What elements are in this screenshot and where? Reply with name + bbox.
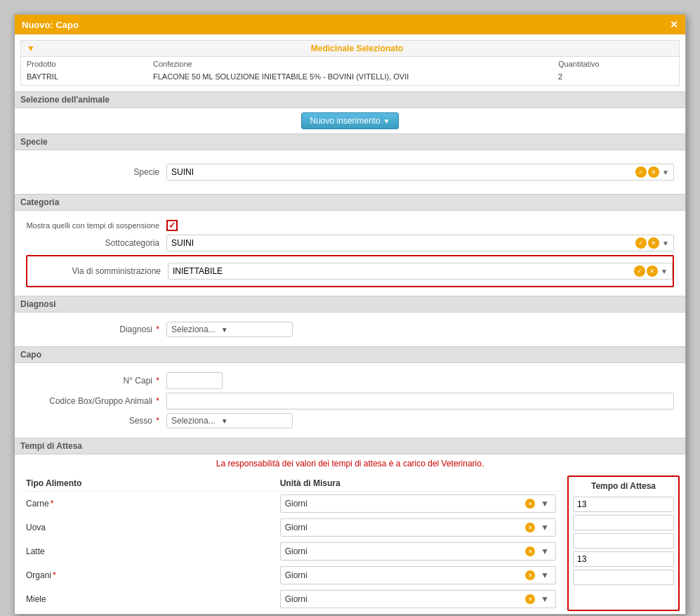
attesa-unita-3: Giorni ✕ ▼ [275, 563, 562, 587]
via-somministrazione-highlighted-row: Via di somministrazione ✓ ✕ ▼ [26, 255, 674, 287]
attesa-right-panel: Tempo di Attesa [567, 476, 680, 611]
ncapi-input[interactable] [166, 372, 223, 389]
attesa-unita-icons-3: ✕ ▼ [523, 567, 555, 584]
attesa-dropdown-icon-1[interactable]: ▼ [536, 520, 553, 535]
via-row: Via di somministrazione ✓ ✕ ▼ [27, 263, 673, 280]
medicinale-table: Prodotto Confezione Quantitativo BAYTRIL… [21, 56, 679, 85]
medicinale-col-values: BAYTRIL FLACONE 50 ML SOLUZIONE INIETTAB… [21, 71, 679, 85]
via-dropdown-icon[interactable]: ▼ [659, 268, 669, 275]
sesso-label-text: Sesso [129, 416, 152, 426]
via-input[interactable] [169, 263, 631, 279]
ncapi-required: * [156, 376, 159, 386]
attesa-unita-label-3: Giorni [281, 568, 523, 582]
attesa-tempo-input-3[interactable] [573, 551, 674, 567]
col-prodotto-header: Prodotto [21, 57, 147, 71]
capo-form-area: N° Capi * Codice Box/Gruppo Animali * Se… [15, 363, 685, 438]
diagnosi-arrow-icon: ▼ [221, 326, 228, 334]
attesa-tipo-0: Carne* [20, 492, 275, 516]
attesa-dropdown-icon-3[interactable]: ▼ [536, 568, 553, 582]
sesso-required: * [156, 416, 159, 426]
modal-close-button[interactable]: ✕ [670, 19, 678, 30]
diagnosi-select[interactable]: Seleziona... ▼ [166, 322, 293, 337]
attesa-unita-icons-2: ✕ ▼ [523, 543, 555, 560]
medicinale-toggle[interactable]: ▼ [27, 44, 35, 53]
specie-label: Specie [26, 167, 166, 177]
attesa-tempo-input-2[interactable] [573, 533, 674, 549]
attesa-tipo-3: Organi* [20, 563, 275, 587]
attesa-x-icon-3[interactable]: ✕ [525, 570, 535, 580]
specie-x-icon[interactable]: ✕ [648, 166, 659, 178]
mostra-checkbox[interactable] [166, 220, 178, 231]
attesa-dropdown-icon-4[interactable]: ▼ [536, 592, 553, 606]
attesa-unita-control-1[interactable]: Giorni ✕ ▼ [280, 518, 556, 537]
attesa-x-icon-2[interactable]: ✕ [525, 546, 535, 556]
codice-label: Codice Box/Gruppo Animali * [26, 396, 166, 406]
attesa-tipo-1: Uova [20, 516, 275, 539]
nuovo-inserimento-arrow: ▼ [383, 117, 390, 125]
attesa-tempo-input-1[interactable] [573, 515, 674, 530]
specie-control: ✓ ✕ ▼ [166, 164, 674, 181]
section-diagnosi: Diagnosi [15, 296, 685, 313]
via-input-wrapper[interactable]: ✓ ✕ ▼ [168, 263, 673, 280]
col-quantitativo-header: Quantitativo [553, 57, 679, 71]
attesa-unita-icons-1: ✕ ▼ [523, 519, 555, 536]
attesa-right-title: Tempo di Attesa [573, 481, 674, 491]
sesso-select[interactable]: Seleziona... ▼ [166, 413, 293, 428]
nuovo-inserimento-button[interactable]: Nuovo inserimento ▼ [301, 112, 399, 129]
specie-dropdown-icon[interactable]: ▼ [661, 169, 671, 176]
modal-window: Nuovo: Capo ✕ ▼ Medicinale Selezionato P… [14, 14, 686, 615]
mostra-label: Mostra quelli con tempi di sospensione [26, 221, 166, 230]
specie-input-wrapper[interactable]: ✓ ✕ ▼ [166, 164, 674, 181]
attesa-unita-control-0[interactable]: Giorni ✕ ▼ [280, 494, 556, 513]
diagnosi-label: Diagnosi * [26, 325, 166, 334]
attesa-row: Miele Giorni ✕ ▼ [20, 587, 562, 611]
attesa-unita-0: Giorni ✕ ▼ [275, 492, 562, 516]
via-check-icon[interactable]: ✓ [634, 266, 645, 277]
attesa-unita-control-3[interactable]: Giorni ✕ ▼ [280, 566, 556, 584]
sottocategoria-input-wrapper[interactable]: ✓ ✕ ▼ [166, 235, 674, 251]
section-categoria: Categoria [15, 194, 685, 211]
sottocategoria-x-icon[interactable]: ✕ [648, 237, 659, 249]
codice-input[interactable] [166, 393, 674, 409]
diagnosi-label-text: Diagnosi [119, 325, 152, 334]
modal-header: Nuovo: Capo ✕ [15, 15, 685, 34]
codice-row: Codice Box/Gruppo Animali * [26, 393, 674, 409]
attesa-tempo-input-4[interactable] [573, 570, 674, 585]
attesa-tempo-input-0[interactable] [573, 497, 674, 512]
medicinale-header: ▼ Medicinale Selezionato [21, 41, 679, 56]
diagnosi-row: Diagnosi * Seleziona... ▼ [26, 322, 674, 337]
sottocategoria-check-icon[interactable]: ✓ [635, 237, 647, 249]
sottocategoria-dropdown-icon[interactable]: ▼ [661, 240, 671, 247]
section-tempi-attesa: Tempi di Attesa [15, 438, 685, 454]
diagnosi-required: * [156, 325, 159, 334]
col-unita-header: Unità di Misura [275, 476, 562, 492]
via-x-icon[interactable]: ✕ [647, 266, 658, 277]
attesa-tipo-4: Miele [20, 587, 275, 611]
attesa-x-icon-1[interactable]: ✕ [525, 523, 535, 532]
sottocategoria-row: Sottocategoria ✓ ✕ ▼ [26, 235, 674, 251]
attesa-dropdown-icon-2[interactable]: ▼ [536, 544, 553, 558]
attesa-x-icon-4[interactable]: ✕ [525, 594, 535, 604]
specie-row: Specie ✓ ✕ ▼ [26, 164, 674, 181]
attesa-table-container: Tipo Alimento Unità di Misura Carne* Gio… [20, 476, 680, 611]
col-confezione-header: Confezione [147, 57, 553, 71]
modal-body: ▼ Medicinale Selezionato Prodotto Confez… [15, 40, 685, 611]
ncapi-label-text: N° Capi [124, 376, 152, 386]
attesa-unita-control-4[interactable]: Giorni ✕ ▼ [280, 590, 556, 608]
attesa-dropdown-icon-0[interactable]: ▼ [536, 497, 553, 511]
attesa-x-icon-0[interactable]: ✕ [525, 499, 535, 509]
sottocategoria-control: ✓ ✕ ▼ [166, 235, 674, 251]
confezione-value: FLACONE 50 ML SOLUZIONE INIETTABILE 5% -… [147, 71, 553, 85]
attesa-row: Latte Giorni ✕ ▼ [20, 539, 562, 563]
section-capo: Capo [15, 346, 685, 363]
specie-input[interactable] [167, 164, 633, 180]
attesa-unita-icons-4: ✕ ▼ [523, 591, 555, 608]
attesa-unita-label-4: Giorni [281, 592, 523, 606]
sottocategoria-input[interactable] [167, 235, 633, 251]
attesa-left-panel: Tipo Alimento Unità di Misura Carne* Gio… [20, 476, 562, 611]
attesa-unita-control-2[interactable]: Giorni ✕ ▼ [280, 542, 556, 561]
attesa-unita-2: Giorni ✕ ▼ [275, 539, 562, 563]
attesa-row: Uova Giorni ✕ ▼ [20, 516, 562, 539]
sesso-row: Sesso * Seleziona... ▼ [26, 413, 674, 428]
specie-check-icon[interactable]: ✓ [635, 166, 647, 178]
